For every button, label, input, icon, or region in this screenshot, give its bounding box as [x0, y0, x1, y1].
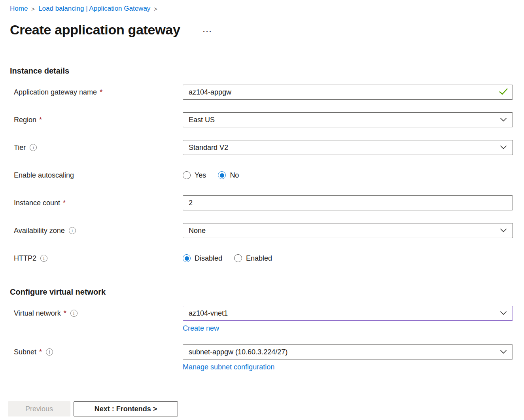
manage-subnet-configuration-link[interactable]: Manage subnet configuration: [183, 363, 274, 371]
http2-radio-group: Disabled Enabled: [183, 251, 513, 266]
application-gateway-name-input[interactable]: [183, 85, 513, 100]
tier-dropdown[interactable]: Standard V2: [183, 140, 513, 155]
enable-autoscaling-label: Enable autoscaling: [10, 168, 183, 183]
chevron-down-icon: [500, 227, 507, 234]
http2-disabled-label: Disabled: [195, 254, 222, 263]
row-instance-count: Instance count *: [10, 195, 513, 210]
breadcrumb-separator-icon: >: [154, 6, 157, 12]
required-asterisk: *: [63, 199, 66, 207]
autoscaling-no-label: No: [230, 171, 239, 180]
info-icon[interactable]: i: [40, 255, 47, 262]
http2-enabled-label: Enabled: [246, 254, 272, 263]
tier-label: Tier i: [10, 140, 183, 155]
subnet-dropdown-value: subnet-appgw (10.60.3.224/27): [189, 348, 497, 356]
availability-zone-dropdown-value: None: [189, 227, 497, 235]
page-title: Create application gateway: [10, 22, 180, 38]
create-application-gateway-page: Home > Load balancing | Application Gate…: [0, 0, 524, 420]
info-icon[interactable]: i: [69, 227, 76, 234]
required-asterisk: *: [64, 309, 66, 318]
availability-zone-label: Availability zone i: [10, 223, 183, 238]
breadcrumb: Home > Load balancing | Application Gate…: [10, 4, 513, 13]
info-icon[interactable]: i: [30, 144, 37, 151]
previous-button[interactable]: Previous: [8, 401, 70, 416]
virtual-network-label: Virtual network * i: [10, 306, 183, 321]
availability-zone-dropdown[interactable]: None: [183, 223, 513, 238]
row-availability-zone: Availability zone i None: [10, 223, 513, 238]
section-heading-instance-details: Instance details: [10, 66, 513, 76]
chevron-down-icon: [500, 348, 507, 356]
required-asterisk: *: [39, 348, 42, 356]
info-icon[interactable]: i: [70, 310, 78, 317]
create-new-vnet-link[interactable]: Create new: [183, 324, 219, 333]
radio-circle-icon: [183, 171, 191, 179]
row-tier: Tier i Standard V2: [10, 140, 513, 155]
footer-divider: [0, 387, 524, 387]
autoscaling-yes-radio[interactable]: Yes: [183, 171, 206, 180]
chevron-down-icon: [500, 310, 507, 317]
virtual-network-dropdown-value: az104-vnet1: [189, 309, 497, 318]
next-frontends-button[interactable]: Next : Frontends >: [74, 401, 178, 416]
region-dropdown-value: East US: [189, 116, 497, 124]
more-options-button[interactable]: ⋯: [201, 26, 215, 37]
http2-enabled-radio[interactable]: Enabled: [234, 254, 272, 263]
required-asterisk: *: [100, 88, 102, 96]
instance-count-label: Instance count *: [10, 195, 183, 210]
row-http2: HTTP2 i Disabled Enabled: [10, 251, 513, 266]
subnet-dropdown[interactable]: subnet-appgw (10.60.3.224/27): [183, 344, 513, 359]
enable-autoscaling-radio-group: Yes No: [183, 168, 513, 183]
info-icon[interactable]: i: [46, 348, 53, 356]
application-gateway-name-label: Application gateway name *: [10, 85, 183, 100]
radio-circle-icon: [218, 171, 226, 179]
region-label: Region *: [10, 112, 183, 127]
required-asterisk: *: [39, 116, 42, 124]
footer-buttons: Previous Next : Frontends >: [8, 401, 513, 416]
row-enable-autoscaling: Enable autoscaling Yes No: [10, 168, 513, 183]
subnet-label: Subnet * i: [10, 344, 183, 359]
row-region: Region * East US: [10, 112, 513, 127]
breadcrumb-separator-icon: >: [31, 6, 35, 12]
valid-checkmark-icon: [499, 88, 508, 96]
autoscaling-yes-label: Yes: [195, 171, 206, 180]
breadcrumb-link-home[interactable]: Home: [10, 5, 28, 13]
radio-circle-icon: [183, 254, 191, 262]
section-heading-configure-virtual-network: Configure virtual network: [10, 287, 513, 297]
chevron-down-icon: [500, 144, 507, 151]
chevron-down-icon: [500, 116, 507, 123]
virtual-network-dropdown[interactable]: az104-vnet1: [183, 306, 513, 321]
row-subnet: Subnet * i subnet-appgw (10.60.3.224/27)…: [10, 344, 513, 371]
radio-circle-icon: [234, 254, 242, 262]
http2-disabled-radio[interactable]: Disabled: [183, 254, 222, 263]
title-row: Create application gateway ⋯: [10, 20, 513, 39]
row-application-gateway-name: Application gateway name *: [10, 85, 513, 100]
region-dropdown[interactable]: East US: [183, 112, 513, 127]
http2-label: HTTP2 i: [10, 251, 183, 266]
tier-dropdown-value: Standard V2: [189, 144, 497, 152]
row-virtual-network: Virtual network * i az104-vnet1 Create n…: [10, 306, 513, 333]
instance-count-input[interactable]: [183, 195, 513, 210]
breadcrumb-link-load-balancing[interactable]: Load balancing | Application Gateway: [38, 5, 150, 13]
autoscaling-no-radio[interactable]: No: [218, 171, 239, 180]
